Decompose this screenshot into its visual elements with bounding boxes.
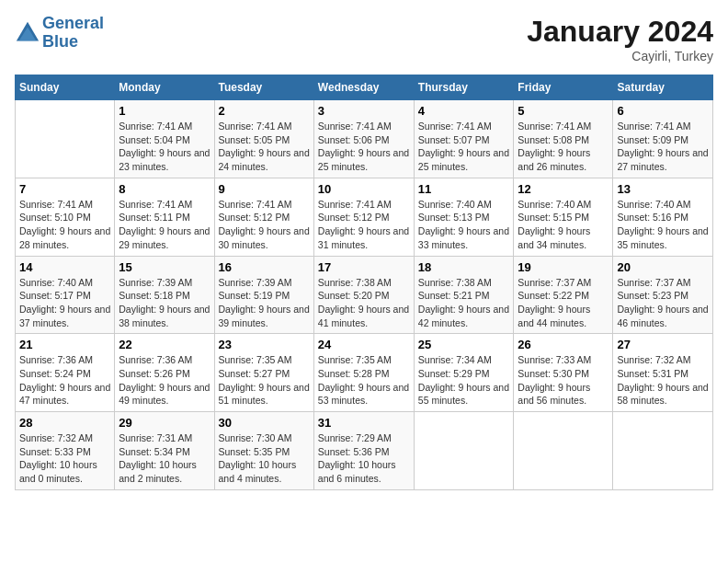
calendar-cell: 28Sunrise: 7:32 AMSunset: 5:33 PMDayligh… — [16, 412, 115, 490]
calendar-cell: 13Sunrise: 7:40 AMSunset: 5:16 PMDayligh… — [613, 178, 713, 256]
calendar-cell: 1Sunrise: 7:41 AMSunset: 5:04 PMDaylight… — [115, 100, 214, 178]
day-number: 25 — [418, 338, 510, 351]
calendar-cell: 25Sunrise: 7:34 AMSunset: 5:29 PMDayligh… — [414, 334, 514, 412]
day-info: Sunrise: 7:41 AMSunset: 5:09 PMDaylight:… — [617, 120, 709, 174]
logo-icon — [15, 20, 40, 46]
calendar-cell: 12Sunrise: 7:40 AMSunset: 5:15 PMDayligh… — [514, 178, 613, 256]
calendar-header: Sunday Monday Tuesday Wednesday Thursday… — [16, 75, 713, 100]
day-number: 13 — [617, 182, 709, 196]
day-number: 20 — [617, 260, 709, 274]
calendar-cell: 2Sunrise: 7:41 AMSunset: 5:05 PMDaylight… — [214, 100, 313, 178]
day-info: Sunrise: 7:33 AMSunset: 5:30 PMDaylight:… — [518, 353, 609, 408]
calendar-cell: 20Sunrise: 7:37 AMSunset: 5:23 PMDayligh… — [613, 256, 713, 334]
col-friday: Friday — [514, 75, 613, 100]
calendar-cell: 3Sunrise: 7:41 AMSunset: 5:06 PMDaylight… — [313, 100, 414, 178]
day-number: 21 — [19, 338, 110, 351]
col-thursday: Thursday — [414, 75, 514, 100]
day-info: Sunrise: 7:34 AMSunset: 5:29 PMDaylight:… — [418, 353, 510, 408]
calendar-cell: 21Sunrise: 7:36 AMSunset: 5:24 PMDayligh… — [16, 334, 115, 412]
calendar-week-0: 1Sunrise: 7:41 AMSunset: 5:04 PMDaylight… — [16, 100, 713, 178]
day-number: 6 — [617, 104, 709, 118]
day-info: Sunrise: 7:41 AMSunset: 5:12 PMDaylight:… — [318, 198, 410, 252]
day-info: Sunrise: 7:40 AMSunset: 5:13 PMDaylight:… — [418, 198, 510, 252]
day-info: Sunrise: 7:35 AMSunset: 5:27 PMDaylight:… — [219, 353, 310, 408]
calendar-cell: 22Sunrise: 7:36 AMSunset: 5:26 PMDayligh… — [115, 334, 214, 412]
calendar-cell: 6Sunrise: 7:41 AMSunset: 5:09 PMDaylight… — [613, 100, 713, 178]
day-number: 7 — [19, 182, 110, 196]
day-number: 12 — [518, 182, 609, 196]
day-info: Sunrise: 7:37 AMSunset: 5:23 PMDaylight:… — [617, 276, 709, 330]
calendar-week-1: 7Sunrise: 7:41 AMSunset: 5:10 PMDaylight… — [16, 178, 713, 256]
calendar-cell: 31Sunrise: 7:29 AMSunset: 5:36 PMDayligh… — [313, 412, 414, 490]
calendar-cell: 9Sunrise: 7:41 AMSunset: 5:12 PMDaylight… — [214, 178, 313, 256]
day-number: 28 — [19, 416, 110, 430]
calendar-table: Sunday Monday Tuesday Wednesday Thursday… — [15, 75, 713, 490]
day-info: Sunrise: 7:38 AMSunset: 5:21 PMDaylight:… — [418, 276, 510, 330]
day-number: 4 — [418, 104, 510, 118]
day-info: Sunrise: 7:32 AMSunset: 5:33 PMDaylight:… — [19, 431, 110, 486]
calendar-cell: 8Sunrise: 7:41 AMSunset: 5:11 PMDaylight… — [115, 178, 214, 256]
day-number: 29 — [119, 416, 210, 430]
day-info: Sunrise: 7:39 AMSunset: 5:18 PMDaylight:… — [119, 276, 210, 330]
day-info: Sunrise: 7:31 AMSunset: 5:34 PMDaylight:… — [119, 431, 210, 486]
day-number: 31 — [318, 416, 410, 430]
day-info: Sunrise: 7:38 AMSunset: 5:20 PMDaylight:… — [318, 276, 410, 330]
day-info: Sunrise: 7:40 AMSunset: 5:16 PMDaylight:… — [617, 198, 709, 252]
calendar-cell: 29Sunrise: 7:31 AMSunset: 5:34 PMDayligh… — [115, 412, 214, 490]
calendar-cell: 10Sunrise: 7:41 AMSunset: 5:12 PMDayligh… — [313, 178, 414, 256]
calendar-cell: 7Sunrise: 7:41 AMSunset: 5:10 PMDaylight… — [16, 178, 115, 256]
day-number: 19 — [518, 260, 609, 274]
day-info: Sunrise: 7:41 AMSunset: 5:11 PMDaylight:… — [119, 198, 210, 252]
day-info: Sunrise: 7:30 AMSunset: 5:35 PMDaylight:… — [219, 431, 310, 486]
calendar-cell: 17Sunrise: 7:38 AMSunset: 5:20 PMDayligh… — [313, 256, 414, 334]
logo-line2: Blue — [42, 32, 78, 51]
title-block: January 2024 Cayirli, Turkey — [527, 15, 713, 63]
day-number: 16 — [219, 260, 310, 274]
day-info: Sunrise: 7:41 AMSunset: 5:10 PMDaylight:… — [19, 198, 110, 252]
calendar-cell — [514, 412, 613, 490]
day-info: Sunrise: 7:39 AMSunset: 5:19 PMDaylight:… — [219, 276, 310, 330]
calendar-cell: 23Sunrise: 7:35 AMSunset: 5:27 PMDayligh… — [214, 334, 313, 412]
day-number: 9 — [219, 182, 310, 196]
day-info: Sunrise: 7:41 AMSunset: 5:05 PMDaylight:… — [219, 120, 310, 174]
calendar-week-4: 28Sunrise: 7:32 AMSunset: 5:33 PMDayligh… — [16, 412, 713, 490]
calendar-cell: 16Sunrise: 7:39 AMSunset: 5:19 PMDayligh… — [214, 256, 313, 334]
day-number: 17 — [318, 260, 410, 274]
calendar-cell — [613, 412, 713, 490]
day-number: 24 — [318, 338, 410, 351]
day-number: 26 — [518, 338, 609, 351]
col-tuesday: Tuesday — [214, 75, 313, 100]
day-info: Sunrise: 7:41 AMSunset: 5:07 PMDaylight:… — [418, 120, 510, 174]
day-number: 5 — [518, 104, 609, 118]
calendar-cell: 4Sunrise: 7:41 AMSunset: 5:07 PMDaylight… — [414, 100, 514, 178]
page-header: General Blue January 2024 Cayirli, Turke… — [15, 15, 713, 63]
day-info: Sunrise: 7:37 AMSunset: 5:22 PMDaylight:… — [518, 276, 609, 330]
day-info: Sunrise: 7:35 AMSunset: 5:28 PMDaylight:… — [318, 353, 410, 408]
day-number: 14 — [19, 260, 110, 274]
day-number: 15 — [119, 260, 210, 274]
calendar-cell: 15Sunrise: 7:39 AMSunset: 5:18 PMDayligh… — [115, 256, 214, 334]
day-info: Sunrise: 7:32 AMSunset: 5:31 PMDaylight:… — [617, 353, 709, 408]
calendar-week-3: 21Sunrise: 7:36 AMSunset: 5:24 PMDayligh… — [16, 334, 713, 412]
day-number: 18 — [418, 260, 510, 274]
day-info: Sunrise: 7:40 AMSunset: 5:15 PMDaylight:… — [518, 198, 609, 252]
calendar-cell — [414, 412, 514, 490]
day-number: 2 — [219, 104, 310, 118]
calendar-cell: 26Sunrise: 7:33 AMSunset: 5:30 PMDayligh… — [514, 334, 613, 412]
calendar-cell: 24Sunrise: 7:35 AMSunset: 5:28 PMDayligh… — [313, 334, 414, 412]
calendar-cell: 30Sunrise: 7:30 AMSunset: 5:35 PMDayligh… — [214, 412, 313, 490]
col-wednesday: Wednesday — [313, 75, 414, 100]
logo-text: General Blue — [42, 15, 104, 52]
day-info: Sunrise: 7:41 AMSunset: 5:12 PMDaylight:… — [219, 198, 310, 252]
calendar-cell: 19Sunrise: 7:37 AMSunset: 5:22 PMDayligh… — [514, 256, 613, 334]
calendar-cell: 11Sunrise: 7:40 AMSunset: 5:13 PMDayligh… — [414, 178, 514, 256]
calendar-body: 1Sunrise: 7:41 AMSunset: 5:04 PMDaylight… — [16, 100, 713, 490]
location: Cayirli, Turkey — [527, 49, 713, 63]
day-info: Sunrise: 7:41 AMSunset: 5:06 PMDaylight:… — [318, 120, 410, 174]
header-row: Sunday Monday Tuesday Wednesday Thursday… — [16, 75, 713, 100]
calendar-cell: 27Sunrise: 7:32 AMSunset: 5:31 PMDayligh… — [613, 334, 713, 412]
day-number: 8 — [119, 182, 210, 196]
calendar-cell — [16, 100, 115, 178]
day-number: 30 — [219, 416, 310, 430]
day-number: 11 — [418, 182, 510, 196]
